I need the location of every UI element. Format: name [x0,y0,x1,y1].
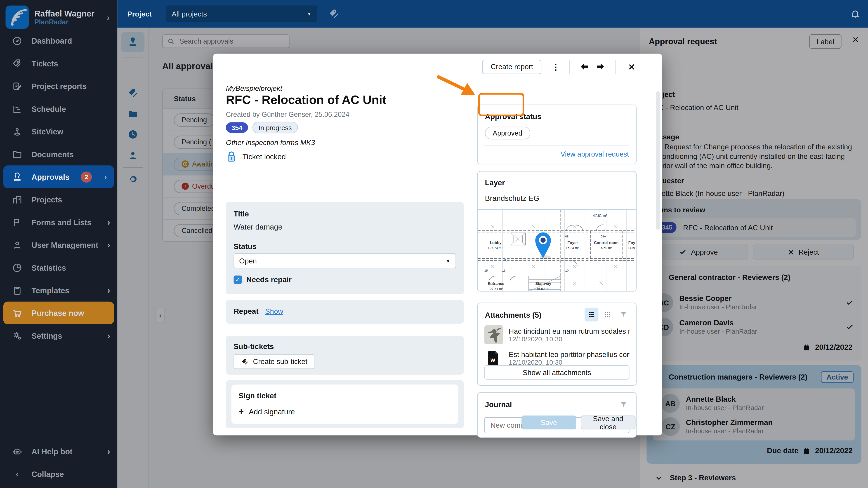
svg-text:197,73 m²: 197,73 m² [488,246,503,250]
person-pin-icon [12,127,22,136]
chevron-left-icon: ‹ [12,469,22,479]
sidebar-item-project-reports[interactable]: Project reports [0,75,117,97]
app-root: Raffael Wagner PlanRadar › Dashboard Tic… [0,0,868,488]
repeat-label: Repeat [234,307,258,315]
sidebar-item-projects[interactable]: Projects [0,188,117,211]
chevron-right-icon: › [107,240,110,250]
create-report-button[interactable]: Create report [483,59,541,74]
sidebar-item-siteview[interactable]: SiteView [0,120,117,142]
checkbox-checked-icon[interactable]: ✓ [234,275,242,284]
needs-repair-label: Needs repair [246,275,291,284]
save-and-close-button[interactable]: Save and close [581,416,636,429]
ticket-status-pill[interactable]: In progress [252,122,298,133]
svg-text:±0,00: ±0,00 [502,258,510,262]
filter-icon[interactable] [617,308,630,322]
attachment-name: Est habitant leo porttitor phasellus con… [509,350,629,358]
user-org: PlanRadar [34,18,107,26]
sidebar-item-label: Settings [32,331,62,340]
sidebar-item-schedule[interactable]: Schedule [0,97,117,120]
svg-text:14,58: 14,58 [628,246,635,250]
layer-card: Layer Brandschutz EG [477,171,637,292]
show-all-attachments-button[interactable]: Show all attachments [485,365,629,380]
modal-close-icon[interactable] [628,63,636,70]
title-value: Water damage [234,223,282,231]
status-label: Status [234,242,256,251]
status-select[interactable]: Open ▼ [234,254,456,268]
arrow-right-icon[interactable] [596,62,605,71]
tags-icon[interactable] [328,8,339,20]
sidebar-user[interactable]: Raffael Wagner PlanRadar › [0,0,117,29]
journal-label: Journal [485,400,512,409]
attachment-row[interactable]: Hac tincidunt eu nam rutrum sodales ridi… [485,325,629,344]
chevron-right-icon: › [107,217,110,227]
tag-icon [12,58,22,68]
arrow-left-icon[interactable] [580,62,589,71]
sidebar-item-label: Templates [32,286,69,295]
sidebar: Raffael Wagner PlanRadar › Dashboard Tic… [0,0,117,488]
needs-repair-row[interactable]: ✓ Needs repair [234,275,291,284]
save-button[interactable]: Save [522,416,576,429]
sidebar-item-documents[interactable]: Documents [0,143,117,165]
cart-icon [12,308,22,318]
sidebar-item-label: AI Help bot [32,447,72,456]
sidebar-item-ai-help-bot[interactable]: AI Help bot › [0,440,117,462]
stamp-icon [12,172,22,182]
repeat-panel: Repeat Show [226,300,464,324]
user-chevron-icon[interactable]: › [107,12,110,22]
sidebar-item-label: Approvals [32,172,70,181]
sidebar-item-label: Statistics [32,263,66,272]
gauge-icon [12,36,22,46]
approvals-count-badge: 2 [81,171,92,182]
view-approval-request-link[interactable]: View approval request [561,151,629,158]
modal-header: Create report ⋮ [213,54,662,80]
repeat-show-link[interactable]: Show [265,307,283,315]
attachment-name: Hac tincidunt eu nam rutrum sodales ridi… [509,327,629,335]
attachment-date: 12/10/2020, 10:30 [509,335,629,343]
floorplan[interactable]: 47,51 m² Lobby 197,73 m² Foyer 16,24 m² … [477,209,636,291]
bell-icon[interactable] [850,9,860,19]
sidebar-item-purchase-now[interactable]: Purchase now [3,302,114,324]
subtickets-panel: Sub-tickets Create sub-ticket [226,336,464,375]
sidebar-item-label: Forms and Lists [32,218,92,227]
chevron-right-icon: › [107,286,110,295]
list-view-icon[interactable] [585,308,598,322]
filter-icon[interactable] [617,398,630,412]
svg-text:10: 10 [565,269,568,272]
attachment-row[interactable]: W Est habitant leo porttitor phasellus c… [485,349,629,367]
sidebar-item-label: Collapse [32,469,64,478]
sidebar-item-templates[interactable]: Templates › [0,279,117,301]
lock-icon [226,151,237,163]
kebab-menu-icon[interactable]: ⋮ [549,62,562,72]
sidebar-item-label: Project reports [32,82,87,90]
sidebar-item-statistics[interactable]: Statistics [0,256,117,279]
created-by: Created by Günther Genser, 25.06.2024 [226,111,349,119]
sidebar-item-dashboard[interactable]: Dashboard [0,29,117,52]
scrollbar-thumb[interactable] [656,91,660,230]
attachments-card: Attachments (5) Hac tincidunt eu nam rut… [477,303,637,386]
project-selector[interactable]: All projects ▼ [166,5,317,22]
annotation-highlight-box [478,93,524,116]
svg-text:08: 08 [565,235,568,238]
title-status-panel: Title Water damage Status Open ▼ ✓ Needs… [226,202,464,294]
sidebar-item-tickets[interactable]: Tickets [0,52,117,74]
sidebar-item-user-management[interactable]: User Management › [0,233,117,256]
sidebar-item-label: Projects [32,195,62,204]
attachment-thumbnail [485,325,503,344]
svg-text:15,52 m²: 15,52 m² [536,287,550,291]
ticket-locked-label: Ticket locked [243,153,286,161]
tag-icon [241,358,248,365]
svg-text:16,24 m²: 16,24 m² [566,246,579,250]
add-signature-button[interactable]: + Add signature [239,407,295,417]
sidebar-item-approvals[interactable]: Approvals 2 › [3,165,114,188]
buildings-icon [12,195,22,204]
grid-view-icon[interactable] [600,308,614,322]
sign-ticket-label: Sign ticket [239,392,276,400]
caret-down-icon: ▼ [446,258,451,263]
create-subticket-button[interactable]: Create sub-ticket [234,354,314,369]
sidebar-item-label: Tickets [32,59,58,68]
svg-text:27,61 m²: 27,61 m² [490,287,503,291]
sidebar-item-forms-and-lists[interactable]: Forms and Lists › [0,211,117,233]
sidebar-item-collapse[interactable]: ‹ Collapse [0,462,117,485]
sidebar-item-settings[interactable]: Settings › [0,324,117,347]
report-pencil-icon [12,81,22,91]
